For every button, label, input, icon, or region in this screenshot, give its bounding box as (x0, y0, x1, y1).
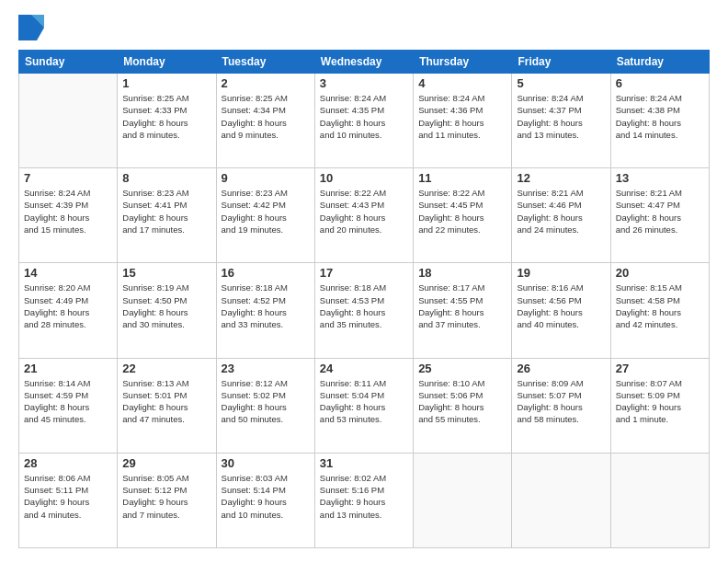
day-number: 4 (418, 76, 506, 90)
calendar-cell: 3Sunrise: 8:24 AM Sunset: 4:35 PM Daylig… (314, 74, 413, 168)
day-number: 7 (24, 171, 112, 185)
calendar-cell: 31Sunrise: 8:02 AM Sunset: 5:16 PM Dayli… (314, 453, 413, 547)
day-number: 8 (122, 171, 210, 185)
calendar-cell: 23Sunrise: 8:12 AM Sunset: 5:02 PM Dayli… (216, 358, 314, 453)
day-info: Sunrise: 8:02 AM Sunset: 5:16 PM Dayligh… (320, 472, 408, 521)
calendar-cell: 6Sunrise: 8:24 AM Sunset: 4:38 PM Daylig… (610, 74, 709, 168)
day-info: Sunrise: 8:17 AM Sunset: 4:55 PM Dayligh… (418, 282, 506, 330)
calendar-cell: 18Sunrise: 8:17 AM Sunset: 4:55 PM Dayli… (414, 263, 512, 358)
calendar-week-row: 7Sunrise: 8:24 AM Sunset: 4:39 PM Daylig… (19, 168, 710, 263)
day-number: 13 (616, 171, 704, 185)
calendar-cell (610, 453, 709, 547)
day-number: 12 (517, 171, 605, 185)
calendar-header-tuesday: Tuesday (216, 51, 314, 74)
calendar-week-row: 28Sunrise: 8:06 AM Sunset: 5:11 PM Dayli… (19, 453, 710, 547)
day-number: 27 (616, 362, 704, 375)
day-info: Sunrise: 8:25 AM Sunset: 4:33 PM Dayligh… (122, 92, 210, 141)
day-info: Sunrise: 8:23 AM Sunset: 4:42 PM Dayligh… (222, 187, 310, 236)
calendar-cell (414, 453, 512, 547)
day-info: Sunrise: 8:24 AM Sunset: 4:35 PM Dayligh… (320, 92, 408, 141)
day-info: Sunrise: 8:12 AM Sunset: 5:02 PM Dayligh… (222, 377, 310, 426)
day-number: 5 (517, 76, 605, 90)
day-number: 1 (122, 76, 210, 90)
calendar-cell: 12Sunrise: 8:21 AM Sunset: 4:46 PM Dayli… (512, 168, 610, 263)
calendar-cell: 7Sunrise: 8:24 AM Sunset: 4:39 PM Daylig… (19, 168, 118, 263)
day-info: Sunrise: 8:23 AM Sunset: 4:41 PM Dayligh… (122, 187, 210, 236)
day-number: 28 (24, 456, 112, 470)
calendar-cell: 14Sunrise: 8:20 AM Sunset: 4:49 PM Dayli… (19, 263, 118, 358)
calendar-header-monday: Monday (118, 51, 216, 74)
day-info: Sunrise: 8:24 AM Sunset: 4:37 PM Dayligh… (517, 92, 605, 141)
day-number: 14 (24, 266, 112, 280)
day-info: Sunrise: 8:06 AM Sunset: 5:11 PM Dayligh… (24, 472, 112, 521)
day-number: 31 (320, 456, 408, 470)
day-number: 23 (222, 362, 310, 375)
logo (18, 15, 48, 40)
day-info: Sunrise: 8:09 AM Sunset: 5:07 PM Dayligh… (517, 377, 605, 426)
calendar-cell: 15Sunrise: 8:19 AM Sunset: 4:50 PM Dayli… (118, 263, 216, 358)
day-info: Sunrise: 8:21 AM Sunset: 4:47 PM Dayligh… (616, 187, 704, 236)
day-info: Sunrise: 8:24 AM Sunset: 4:39 PM Dayligh… (24, 187, 112, 236)
day-number: 22 (122, 362, 210, 375)
page: SundayMondayTuesdayWednesdayThursdayFrid… (0, 0, 728, 563)
day-number: 26 (517, 362, 605, 375)
calendar-cell: 22Sunrise: 8:13 AM Sunset: 5:01 PM Dayli… (118, 358, 216, 453)
day-number: 11 (418, 171, 506, 185)
day-number: 2 (222, 76, 310, 90)
calendar-cell: 24Sunrise: 8:11 AM Sunset: 5:04 PM Dayli… (314, 358, 413, 453)
calendar-cell: 29Sunrise: 8:05 AM Sunset: 5:12 PM Dayli… (118, 453, 216, 547)
day-number: 3 (320, 76, 408, 90)
day-number: 10 (320, 171, 408, 185)
day-number: 19 (517, 266, 605, 280)
day-number: 24 (320, 362, 408, 375)
calendar-cell: 9Sunrise: 8:23 AM Sunset: 4:42 PM Daylig… (216, 168, 314, 263)
day-info: Sunrise: 8:03 AM Sunset: 5:14 PM Dayligh… (222, 472, 310, 521)
day-number: 17 (320, 266, 408, 280)
calendar-week-row: 21Sunrise: 8:14 AM Sunset: 4:59 PM Dayli… (19, 358, 710, 453)
day-number: 29 (122, 456, 210, 470)
day-number: 20 (616, 266, 704, 280)
header (18, 15, 710, 40)
calendar-cell: 19Sunrise: 8:16 AM Sunset: 4:56 PM Dayli… (512, 263, 610, 358)
day-info: Sunrise: 8:16 AM Sunset: 4:56 PM Dayligh… (517, 282, 605, 330)
calendar-cell: 26Sunrise: 8:09 AM Sunset: 5:07 PM Dayli… (512, 358, 610, 453)
calendar-cell: 20Sunrise: 8:15 AM Sunset: 4:58 PM Dayli… (610, 263, 709, 358)
day-info: Sunrise: 8:21 AM Sunset: 4:46 PM Dayligh… (517, 187, 605, 236)
day-number: 6 (616, 76, 704, 90)
calendar-cell: 13Sunrise: 8:21 AM Sunset: 4:47 PM Dayli… (610, 168, 709, 263)
calendar-cell: 2Sunrise: 8:25 AM Sunset: 4:34 PM Daylig… (216, 74, 314, 168)
calendar-week-row: 14Sunrise: 8:20 AM Sunset: 4:49 PM Dayli… (19, 263, 710, 358)
day-number: 30 (222, 456, 310, 470)
calendar-header-friday: Friday (512, 51, 610, 74)
day-info: Sunrise: 8:10 AM Sunset: 5:06 PM Dayligh… (418, 377, 506, 426)
day-info: Sunrise: 8:19 AM Sunset: 4:50 PM Dayligh… (122, 282, 210, 330)
day-number: 21 (24, 362, 112, 375)
calendar-cell: 16Sunrise: 8:18 AM Sunset: 4:52 PM Dayli… (216, 263, 314, 358)
calendar-cell: 1Sunrise: 8:25 AM Sunset: 4:33 PM Daylig… (118, 74, 216, 168)
calendar-table: SundayMondayTuesdayWednesdayThursdayFrid… (18, 50, 710, 548)
day-info: Sunrise: 8:07 AM Sunset: 5:09 PM Dayligh… (616, 377, 704, 426)
day-number: 16 (222, 266, 310, 280)
day-info: Sunrise: 8:25 AM Sunset: 4:34 PM Dayligh… (222, 92, 310, 141)
day-info: Sunrise: 8:18 AM Sunset: 4:53 PM Dayligh… (320, 282, 408, 330)
calendar-cell: 27Sunrise: 8:07 AM Sunset: 5:09 PM Dayli… (610, 358, 709, 453)
calendar-header-wednesday: Wednesday (314, 51, 413, 74)
calendar-cell (512, 453, 610, 547)
calendar-cell: 17Sunrise: 8:18 AM Sunset: 4:53 PM Dayli… (314, 263, 413, 358)
day-info: Sunrise: 8:18 AM Sunset: 4:52 PM Dayligh… (222, 282, 310, 330)
day-info: Sunrise: 8:15 AM Sunset: 4:58 PM Dayligh… (616, 282, 704, 330)
calendar-cell: 25Sunrise: 8:10 AM Sunset: 5:06 PM Dayli… (414, 358, 512, 453)
day-info: Sunrise: 8:13 AM Sunset: 5:01 PM Dayligh… (122, 377, 210, 426)
day-info: Sunrise: 8:20 AM Sunset: 4:49 PM Dayligh… (24, 282, 112, 330)
calendar-cell: 5Sunrise: 8:24 AM Sunset: 4:37 PM Daylig… (512, 74, 610, 168)
day-info: Sunrise: 8:24 AM Sunset: 4:38 PM Dayligh… (616, 92, 704, 141)
calendar-cell: 30Sunrise: 8:03 AM Sunset: 5:14 PM Dayli… (216, 453, 314, 547)
calendar-cell: 28Sunrise: 8:06 AM Sunset: 5:11 PM Dayli… (19, 453, 118, 547)
logo-icon (18, 15, 44, 40)
calendar-header-sunday: Sunday (19, 51, 118, 74)
day-info: Sunrise: 8:05 AM Sunset: 5:12 PM Dayligh… (122, 472, 210, 521)
calendar-cell: 21Sunrise: 8:14 AM Sunset: 4:59 PM Dayli… (19, 358, 118, 453)
calendar-header-thursday: Thursday (414, 51, 512, 74)
calendar-cell: 10Sunrise: 8:22 AM Sunset: 4:43 PM Dayli… (314, 168, 413, 263)
calendar-header-row: SundayMondayTuesdayWednesdayThursdayFrid… (19, 51, 710, 74)
